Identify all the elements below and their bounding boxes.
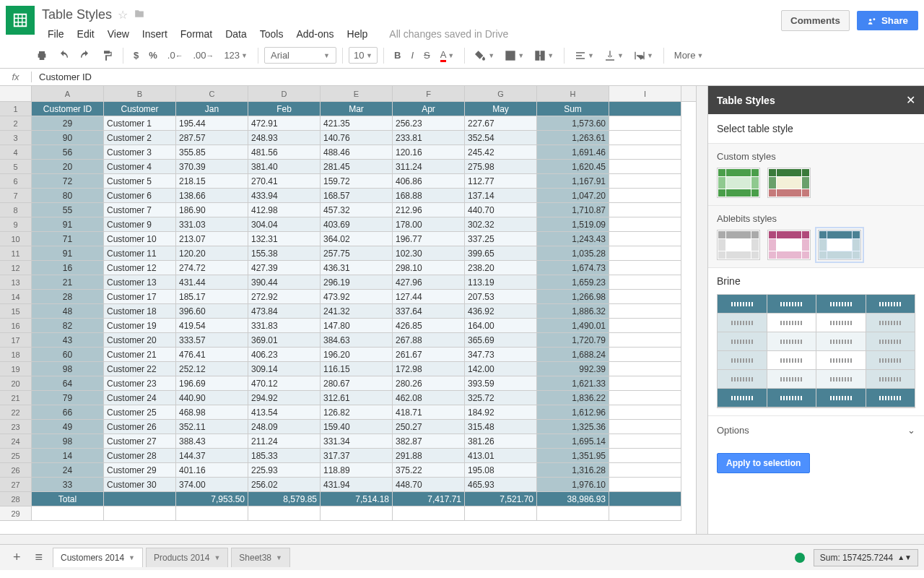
- borders-icon[interactable]: ▼: [500, 47, 528, 64]
- cell[interactable]: 91: [32, 246, 104, 261]
- row-header[interactable]: 2: [0, 116, 32, 131]
- select-all-corner[interactable]: [0, 86, 32, 101]
- cell[interactable]: 267.88: [393, 333, 465, 348]
- cell[interactable]: [609, 478, 681, 492]
- cell[interactable]: 248.93: [248, 131, 321, 145]
- cell[interactable]: 488.46: [321, 145, 393, 160]
- cell[interactable]: 418.71: [393, 405, 465, 420]
- cell[interactable]: Customer 5: [104, 174, 176, 189]
- col-header-A[interactable]: A: [32, 86, 104, 101]
- cell[interactable]: 195.08: [465, 463, 537, 478]
- cell[interactable]: 238.20: [465, 261, 537, 275]
- sheet-tab[interactable]: Customers 2014▼: [53, 548, 143, 567]
- cell[interactable]: 211.24: [248, 434, 321, 449]
- row-header[interactable]: 5: [0, 160, 32, 174]
- cell[interactable]: 126.82: [321, 405, 393, 420]
- cell[interactable]: 472.91: [248, 116, 321, 131]
- cell[interactable]: 331.03: [176, 217, 248, 232]
- text-color-icon[interactable]: A▼: [436, 46, 459, 65]
- cell[interactable]: 118.89: [321, 463, 393, 478]
- row-header[interactable]: 9: [0, 217, 32, 232]
- cell[interactable]: 352.11: [176, 420, 248, 434]
- cell[interactable]: 412.98: [248, 203, 321, 217]
- cell[interactable]: 155.38: [248, 246, 321, 261]
- formula-content[interactable]: Customer ID: [32, 72, 92, 82]
- cell[interactable]: 413.54: [248, 405, 321, 420]
- cell[interactable]: 207.53: [465, 290, 537, 304]
- cell[interactable]: [609, 275, 681, 290]
- sum-display[interactable]: Sum: 157425.7244 ▲▼: [814, 549, 918, 566]
- cell[interactable]: 440.90: [176, 391, 248, 405]
- cell[interactable]: Customer 29: [104, 463, 176, 478]
- cell[interactable]: 331.34: [321, 434, 393, 449]
- cell[interactable]: 1,263.61: [537, 131, 609, 145]
- cell[interactable]: 140.76: [321, 131, 393, 145]
- cell[interactable]: 196.77: [393, 232, 465, 246]
- row-header[interactable]: 15: [0, 304, 32, 319]
- cell[interactable]: [609, 449, 681, 463]
- menu-format[interactable]: Format: [175, 25, 218, 43]
- cell[interactable]: 256.02: [248, 478, 321, 492]
- undo-icon[interactable]: [53, 47, 74, 64]
- cell[interactable]: 352.54: [465, 131, 537, 145]
- cell[interactable]: [609, 420, 681, 434]
- cell[interactable]: [176, 506, 248, 521]
- all-sheets-icon[interactable]: ≡: [28, 545, 51, 569]
- cell[interactable]: Customer 1: [104, 116, 176, 131]
- cell[interactable]: 1,688.24: [537, 348, 609, 362]
- cell[interactable]: 476.41: [176, 348, 248, 362]
- paint-format-icon[interactable]: [97, 47, 117, 64]
- cell[interactable]: 82: [32, 319, 104, 333]
- cell[interactable]: 49: [32, 420, 104, 434]
- row-header[interactable]: 27: [0, 478, 32, 492]
- cell[interactable]: 381.26: [465, 434, 537, 449]
- cell[interactable]: Customer 24: [104, 391, 176, 405]
- cell[interactable]: 381.40: [248, 160, 321, 174]
- style-thumb-gray[interactable]: [717, 230, 760, 260]
- cell[interactable]: 274.72: [176, 261, 248, 275]
- cell[interactable]: Sum: [537, 102, 609, 116]
- cell[interactable]: Customer: [104, 102, 176, 116]
- cell[interactable]: 147.80: [321, 319, 393, 333]
- cell[interactable]: 281.45: [321, 160, 393, 174]
- cell[interactable]: Total: [32, 492, 104, 506]
- cell[interactable]: 72: [32, 174, 104, 189]
- cell[interactable]: [609, 102, 681, 116]
- cell[interactable]: 172.98: [393, 362, 465, 376]
- cell[interactable]: 337.64: [393, 304, 465, 319]
- cell[interactable]: 98: [32, 362, 104, 376]
- cell[interactable]: 71: [32, 232, 104, 246]
- cell[interactable]: Feb: [248, 102, 321, 116]
- cell[interactable]: Customer 26: [104, 420, 176, 434]
- cell[interactable]: 1,573.60: [537, 116, 609, 131]
- star-icon[interactable]: ☆: [118, 8, 128, 22]
- cell[interactable]: 21: [32, 275, 104, 290]
- cell[interactable]: 102.30: [393, 246, 465, 261]
- cell[interactable]: 375.22: [393, 463, 465, 478]
- cell[interactable]: Apr: [393, 102, 465, 116]
- cell[interactable]: 227.67: [465, 116, 537, 131]
- cell[interactable]: Customer 6: [104, 189, 176, 203]
- options-toggle[interactable]: Options ⌄: [708, 415, 924, 444]
- cell[interactable]: Jan: [176, 102, 248, 116]
- cell[interactable]: 137.14: [465, 189, 537, 203]
- cell[interactable]: [609, 217, 681, 232]
- vertical-scrollbar[interactable]: [696, 86, 707, 534]
- cell[interactable]: 294.92: [248, 391, 321, 405]
- decrease-decimal-icon[interactable]: .0←: [163, 47, 188, 64]
- cell[interactable]: Customer 7: [104, 203, 176, 217]
- cell[interactable]: 388.43: [176, 434, 248, 449]
- cell[interactable]: 196.69: [176, 376, 248, 391]
- row-header[interactable]: 18: [0, 348, 32, 362]
- cell[interactable]: 365.69: [465, 333, 537, 348]
- cell[interactable]: 311.24: [393, 160, 465, 174]
- cell[interactable]: 142.00: [465, 362, 537, 376]
- cell[interactable]: 16: [32, 261, 104, 275]
- cell[interactable]: 393.59: [465, 376, 537, 391]
- cell[interactable]: 79: [32, 391, 104, 405]
- cell[interactable]: 403.69: [321, 217, 393, 232]
- row-header[interactable]: 28: [0, 492, 32, 506]
- cell[interactable]: 184.92: [465, 405, 537, 420]
- strike-icon[interactable]: S: [419, 47, 435, 64]
- row-header[interactable]: 20: [0, 376, 32, 391]
